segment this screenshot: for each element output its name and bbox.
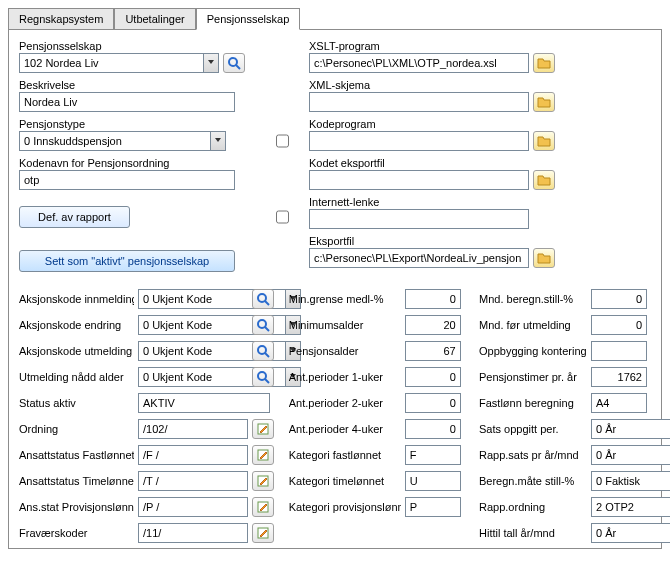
c2-r4-label: Ant.perioder 2-uker [289,397,401,409]
c1-r5-label: Ordning [19,423,134,435]
internett-label: Internett-lenke [309,196,651,208]
ansattstatus-prov-edit-icon[interactable] [252,497,274,517]
def-rapport-checkbox[interactable] [276,210,289,224]
ansattstatus-time-input[interactable] [138,471,248,491]
tab-regnskapsystem[interactable]: Regnskapsystem [8,8,114,30]
c3-r6-label: Rapp.sats pr år/mnd [479,449,587,461]
kodenavn-input[interactable] [19,170,235,190]
c2-r7-label: Kategori timelønnet [289,475,401,487]
pensjonstimer-input[interactable] [591,367,647,387]
c2-r2-label: Pensjonsalder [289,345,401,357]
rapp-sats-input[interactable] [591,445,670,465]
eksportfil-browse-icon[interactable] [533,248,555,268]
rapp-ordning-input[interactable] [591,497,670,517]
ansattstatus-time-edit-icon[interactable] [252,471,274,491]
ansattstatus-fast-edit-icon[interactable] [252,445,274,465]
xslt-browse-icon[interactable] [533,53,555,73]
c1-r4-label: Status aktiv [19,397,134,409]
def-rapport-button[interactable]: Def. av rapport [19,206,130,228]
antperioder-4uker-input[interactable] [405,419,461,439]
pensjonsselskap-input[interactable] [19,53,203,73]
c2-r8-label: Kategori provisjonslønnet [289,501,401,513]
c3-r5-label: Sats oppgitt per. [479,423,587,435]
beregn-maate-input[interactable] [591,471,670,491]
c3-r0-label: Mnd. beregn.still-% [479,293,587,305]
c2-r6-label: Kategori fastlønnet [289,449,401,461]
c3-r1-label: Mnd. før utmelding [479,319,587,331]
aksjonskode-endring-search-icon[interactable] [252,315,274,335]
pensjonsselskap-search-icon[interactable] [223,53,245,73]
pensjonsselskap-label: Pensjonsselskap [19,40,289,52]
pensjonstype-dropdown[interactable] [210,131,226,151]
c3-r7-label: Beregn.måte still-% [479,475,587,487]
c3-r2-label: Oppbygging kontering [479,345,587,357]
mnd-beregn-input[interactable] [591,289,647,309]
xmlskjema-label: XML-skjema [309,79,651,91]
ansattstatus-fast-input[interactable] [138,445,248,465]
pensjonstype-input[interactable] [19,131,210,151]
kategori-prov-input[interactable] [405,497,461,517]
beskrivelse-label: Beskrivelse [19,79,289,91]
c2-r1-label: Minimumsalder [289,319,401,331]
kodet-input[interactable] [309,170,529,190]
xslt-input[interactable] [309,53,529,73]
xmlskjema-browse-icon[interactable] [533,92,555,112]
c3-r9-label: Hittil tall år/mnd [479,527,587,539]
antperioder-1uker-input[interactable] [405,367,461,387]
aksjonskode-innmelding-search-icon[interactable] [252,289,274,309]
c2-r5-label: Ant.perioder 4-uker [289,423,401,435]
kategori-fast-input[interactable] [405,445,461,465]
beskrivelse-input[interactable] [19,92,235,112]
kategori-time-input[interactable] [405,471,461,491]
tab-utbetalinger[interactable]: Utbetalinger [114,8,195,30]
c3-r8-label: Rapp.ordning [479,501,587,513]
c2-r0-label: Min.grense medl-% [289,293,401,305]
eksportfil-input[interactable] [309,248,529,268]
pensjonsalder-input[interactable] [405,341,461,361]
xmlskjema-input[interactable] [309,92,529,112]
minimumsalder-input[interactable] [405,315,461,335]
eksportfil-label: Eksportfil [309,235,651,247]
c3-r3-label: Pensjonstimer pr. år [479,371,587,383]
kodeprogram-browse-icon[interactable] [533,131,555,151]
ordning-edit-icon[interactable] [252,419,274,439]
c1-r7-label: Ansattstatus Timelønnet [19,475,134,487]
sett-aktivt-button[interactable]: Sett som "aktivt" pensjonsselskap [19,250,235,272]
c1-r9-label: Fraværskoder [19,527,134,539]
kodeprogram-label: Kodeprogram [309,118,651,130]
sats-oppgitt-input[interactable] [591,419,670,439]
main-panel: Pensjonsselskap Beskrivelse Pensjonstype [8,29,662,549]
aksjonskode-utmelding-search-icon[interactable] [252,341,274,361]
oppbygging-kontering-input[interactable] [591,341,647,361]
c1-r3-label: Utmelding nådd alder [19,371,134,383]
kodet-label: Kodet eksportfil [309,157,651,169]
xslt-label: XSLT-program [309,40,651,52]
pensjonstype-checkbox[interactable] [276,134,289,148]
min-grense-input[interactable] [405,289,461,309]
ordning-input[interactable] [138,419,248,439]
kodenavn-label: Kodenavn for Pensjonsordning [19,157,289,169]
kodet-browse-icon[interactable] [533,170,555,190]
ansattstatus-prov-input[interactable] [138,497,248,517]
internett-input[interactable] [309,209,529,229]
c1-r2-label: Aksjonskode utmelding [19,345,134,357]
antperioder-2uker-input[interactable] [405,393,461,413]
utmelding-alder-search-icon[interactable] [252,367,274,387]
fastlonn-beregn-input[interactable] [591,393,647,413]
c1-r0-label: Aksjonskode innmelding [19,293,134,305]
fravaerskoder-edit-icon[interactable] [252,523,274,543]
hittil-tall-input[interactable] [591,523,670,543]
kodeprogram-input[interactable] [309,131,529,151]
pensjonstype-label: Pensjonstype [19,118,289,130]
c1-r1-label: Aksjonskode endring [19,319,134,331]
c1-r8-label: Ans.stat Provisjonslønnet [19,501,134,513]
status-aktiv-input[interactable] [138,393,270,413]
c1-r6-label: Ansattstatus Fastlønnet [19,449,134,461]
mnd-for-utmelding-input[interactable] [591,315,647,335]
pensjonsselskap-dropdown[interactable] [203,53,219,73]
c3-r4-label: Fastlønn beregning [479,397,587,409]
tab-pensjonsselskap[interactable]: Pensjonsselskap [196,8,301,30]
c2-r3-label: Ant.perioder 1-uker [289,371,401,383]
fravaerskoder-input[interactable] [138,523,248,543]
